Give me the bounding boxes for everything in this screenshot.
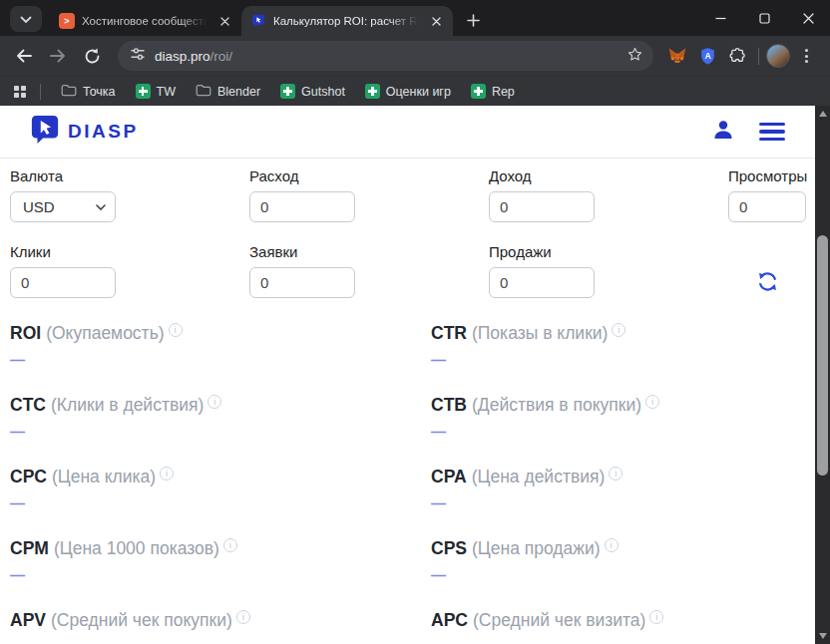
metric-abbr: APC	[431, 610, 468, 630]
clicks-input[interactable]	[10, 267, 116, 298]
views-input[interactable]	[728, 191, 806, 222]
metamask-extension-icon[interactable]	[663, 42, 691, 70]
bookmark-gutshot[interactable]: Gutshot	[272, 81, 353, 102]
bookmark-rep[interactable]: Rep	[463, 81, 523, 102]
info-icon[interactable]	[169, 323, 183, 337]
income-input[interactable]	[489, 191, 595, 222]
metric-abbr: CPC	[10, 467, 47, 486]
tab-search-button[interactable]	[10, 6, 42, 32]
url-text: diasp.pro/roi/	[155, 47, 232, 65]
sheet-icon	[136, 84, 151, 99]
account-person-icon[interactable]	[711, 118, 735, 146]
close-tab-icon[interactable]	[216, 13, 232, 29]
url-host: diasp.pro	[155, 49, 210, 64]
metric-value: —	[10, 424, 431, 440]
info-icon[interactable]	[649, 610, 663, 624]
extensions-puzzle-icon[interactable]	[723, 42, 751, 70]
field-label: Доход	[489, 167, 728, 184]
diasp-favicon-icon	[250, 13, 266, 29]
income-field-group: Доход	[489, 167, 728, 222]
bookmark-label: Точка	[83, 85, 116, 99]
apps-grid-icon[interactable]	[14, 86, 26, 98]
logo-text: DIASP	[68, 121, 139, 143]
profile-avatar[interactable]	[766, 44, 790, 68]
bookmark-tochka[interactable]: Точка	[53, 80, 124, 104]
scrollbar-down-arrow[interactable]	[815, 628, 830, 644]
maximize-button[interactable]	[742, 0, 786, 36]
browser-menu-kebab-icon[interactable]	[792, 42, 820, 70]
scrollbar-thumb[interactable]	[817, 235, 828, 476]
metric-cps: CPS(Цена продажи) —	[431, 537, 805, 583]
reset-refresh-icon[interactable]	[756, 270, 779, 293]
tab-title: Калькулятор ROI: расчет ROI o	[273, 15, 421, 27]
metric-desc: (Показы в клики)	[472, 323, 608, 343]
scrollbar-up-arrow[interactable]	[815, 106, 830, 122]
bookmark-star-icon[interactable]	[626, 46, 643, 67]
tab-roi-calculator[interactable]: Калькулятор ROI: расчет ROI o	[241, 6, 453, 36]
address-bar[interactable]: diasp.pro/roi/	[118, 41, 653, 71]
currency-select[interactable]: USD	[10, 191, 116, 222]
info-icon[interactable]	[612, 323, 625, 337]
close-window-button[interactable]	[786, 0, 830, 36]
field-label: Расход	[249, 167, 489, 184]
metric-abbr: CTC	[10, 395, 46, 415]
info-icon[interactable]	[605, 538, 619, 552]
browser-toolbar: diasp.pro/roi/ A	[0, 36, 830, 76]
minimize-button[interactable]	[698, 0, 742, 36]
metric-desc: (Окупаемость)	[46, 323, 164, 343]
metric-value: —	[431, 495, 805, 511]
metric-desc: (Средний чек покупки)	[51, 610, 232, 630]
bookmark-game-ratings[interactable]: Оценки игр	[357, 81, 459, 102]
bookmark-blender[interactable]: Blender	[188, 80, 268, 104]
metric-apc: APC(Средний чек визита) —	[431, 609, 805, 644]
metric-abbr: CPM	[10, 538, 49, 558]
forward-button[interactable]	[42, 40, 74, 72]
metric-desc: (Действия в покупки)	[472, 395, 641, 415]
currency-field-group: Валюта USD	[10, 167, 249, 222]
bookmarks-divider	[40, 84, 41, 100]
info-icon[interactable]	[223, 538, 237, 552]
leads-input[interactable]	[249, 267, 355, 298]
sheet-icon	[471, 84, 486, 99]
info-icon[interactable]	[236, 610, 250, 624]
browser-window: Хостинговое сообщество «Tim Калькулятор …	[0, 0, 830, 644]
metric-value: —	[431, 567, 805, 583]
shield-extension-icon[interactable]: A	[693, 42, 721, 70]
clicks-field-group: Клики	[10, 243, 249, 298]
close-tab-icon[interactable]	[428, 13, 444, 29]
expense-input[interactable]	[249, 191, 355, 222]
field-label: Просмотры	[728, 167, 807, 184]
bookmark-tw[interactable]: TW	[128, 81, 184, 102]
metric-abbr: CTR	[431, 323, 467, 343]
info-icon[interactable]	[609, 467, 622, 481]
new-tab-button[interactable]	[459, 6, 487, 34]
diasp-logo[interactable]: DIASP	[30, 114, 139, 150]
metric-value: —	[10, 495, 431, 511]
info-icon[interactable]	[160, 467, 174, 481]
sales-input[interactable]	[489, 267, 595, 298]
site-settings-icon[interactable]	[130, 46, 146, 66]
expense-field-group: Расход	[249, 167, 489, 222]
metric-abbr: CPS	[431, 538, 467, 558]
metric-desc: (Цена 1000 показов)	[54, 538, 219, 558]
metric-ctb: CTB(Действия в покупки) —	[431, 394, 805, 440]
refresh-cell	[728, 243, 807, 298]
back-button[interactable]	[8, 40, 40, 72]
url-path: /roi/	[210, 49, 233, 64]
metric-value: —	[10, 352, 431, 368]
folder-icon	[61, 83, 77, 101]
menu-hamburger-icon[interactable]	[759, 123, 785, 142]
bookmark-label: Gutshot	[301, 85, 345, 99]
metric-abbr: CTB	[431, 395, 467, 415]
bookmarks-bar: Точка TW Blender Gutshot Оценки игр Rep	[0, 76, 830, 106]
bookmark-label: TW	[157, 85, 176, 99]
info-icon[interactable]	[208, 395, 221, 409]
sheet-icon	[280, 84, 295, 99]
page-scrollbar[interactable]	[815, 106, 830, 644]
select-chevron-icon	[96, 204, 106, 210]
reload-button[interactable]	[76, 40, 108, 72]
tab-strip: Хостинговое сообщество «Tim Калькулятор …	[0, 0, 830, 36]
info-icon[interactable]	[645, 395, 659, 409]
metric-value: —	[10, 639, 431, 644]
tab-hosting-community[interactable]: Хостинговое сообщество «Tim	[50, 6, 241, 36]
